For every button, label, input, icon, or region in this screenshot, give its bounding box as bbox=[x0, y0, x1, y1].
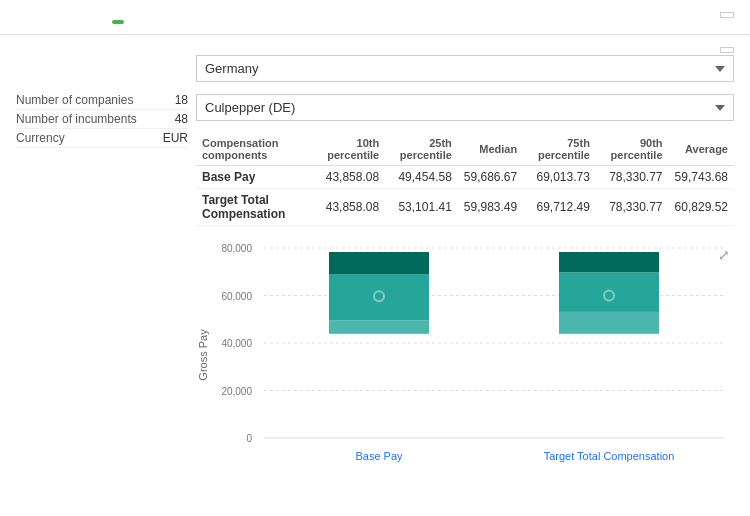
source-row-incumbents: Number of incumbents 48 bbox=[16, 110, 188, 129]
table-row: Target Total Compensation 43,858.08 53,1… bbox=[196, 189, 734, 226]
col-header-p75: 75th percentile bbox=[523, 133, 596, 166]
cell-p90: 78,330.77 bbox=[596, 166, 669, 189]
source-row-companies: Number of companies 18 bbox=[16, 91, 188, 110]
col-header-p10: 10th percentile bbox=[312, 133, 385, 166]
cell-median: 59,686.67 bbox=[458, 166, 523, 189]
y-tick-label: 0 bbox=[246, 433, 252, 444]
page: Number of companies 18 Number of incumbe… bbox=[0, 0, 750, 516]
y-tick-label: 40,000 bbox=[221, 338, 252, 349]
cell-p10: 43,858.08 bbox=[312, 166, 385, 189]
svg-rect-11 bbox=[559, 252, 659, 272]
chart-svg-wrapper: Base PayTarget Total Compensation⤢ bbox=[254, 238, 734, 471]
cell-p25: 49,454.58 bbox=[385, 166, 458, 189]
col-header-component: Compensation components bbox=[196, 133, 312, 166]
cell-p75: 69,013.73 bbox=[523, 166, 596, 189]
job-matches-menu-button[interactable] bbox=[720, 12, 734, 18]
svg-rect-7 bbox=[329, 252, 429, 274]
two-col-layout: Number of companies 18 Number of incumbe… bbox=[16, 55, 734, 471]
location-dropdown-group: Germany bbox=[196, 55, 734, 82]
svg-text:⤢: ⤢ bbox=[718, 247, 730, 263]
right-column: Germany Culpepper (DE) Compensation comp… bbox=[196, 55, 734, 471]
cell-component: Target Total Compensation bbox=[196, 189, 312, 226]
cell-p10: 43,858.08 bbox=[312, 189, 385, 226]
chart-svg: Base PayTarget Total Compensation⤢ bbox=[254, 238, 734, 468]
incumbents-label: Number of incumbents bbox=[16, 112, 137, 126]
y-tick-label: 60,000 bbox=[221, 290, 252, 301]
cell-p25: 53,101.41 bbox=[385, 189, 458, 226]
left-column: Number of companies 18 Number of incumbe… bbox=[16, 55, 196, 471]
cell-avg: 60,829.52 bbox=[669, 189, 734, 226]
y-axis-label: Gross Pay bbox=[197, 329, 209, 380]
col-header-p25: 25th percentile bbox=[385, 133, 458, 166]
chart-container: Gross Pay 80,00060,00040,00020,0000 Base… bbox=[196, 238, 734, 471]
cell-component: Base Pay bbox=[196, 166, 312, 189]
col-header-avg: Average bbox=[669, 133, 734, 166]
svg-rect-6 bbox=[329, 274, 429, 320]
benchmark-dropdown[interactable]: Culpepper (DE) bbox=[196, 94, 734, 121]
y-axis-ticks: 80,00060,00040,00020,0000 bbox=[212, 238, 254, 468]
cell-p90: 78,330.77 bbox=[596, 189, 669, 226]
col-header-median: Median bbox=[458, 133, 523, 166]
svg-rect-5 bbox=[329, 321, 429, 334]
source-section: Number of companies 18 Number of incumbe… bbox=[16, 91, 188, 148]
market-data-menu-button[interactable] bbox=[720, 47, 734, 53]
cell-median: 59,983.49 bbox=[458, 189, 523, 226]
svg-text:Base Pay: Base Pay bbox=[355, 450, 403, 462]
job-row bbox=[16, 20, 734, 24]
svg-rect-9 bbox=[559, 312, 659, 334]
companies-value: 18 bbox=[175, 93, 188, 107]
incumbents-value: 48 bbox=[175, 112, 188, 126]
svg-rect-10 bbox=[559, 272, 659, 311]
currency-value: EUR bbox=[163, 131, 188, 145]
y-tick-label: 80,000 bbox=[221, 243, 252, 254]
manual-badge bbox=[112, 20, 124, 24]
currency-label: Currency bbox=[16, 131, 65, 145]
benchmark-dropdown-group: Culpepper (DE) bbox=[196, 94, 734, 121]
companies-label: Number of companies bbox=[16, 93, 133, 107]
benchmark-data-area: Compensation components 10th percentile … bbox=[196, 133, 734, 471]
cell-avg: 59,743.68 bbox=[669, 166, 734, 189]
y-tick-label: 20,000 bbox=[221, 385, 252, 396]
cell-p75: 69,712.49 bbox=[523, 189, 596, 226]
market-data-section: Number of companies 18 Number of incumbe… bbox=[0, 35, 750, 481]
svg-text:Target Total Compensation: Target Total Compensation bbox=[544, 450, 675, 462]
job-matches-section bbox=[0, 0, 750, 35]
location-dropdown[interactable]: Germany bbox=[196, 55, 734, 82]
table-row: Base Pay 43,858.08 49,454.58 59,686.67 6… bbox=[196, 166, 734, 189]
source-row-currency: Currency EUR bbox=[16, 129, 188, 148]
benchmark-table: Compensation components 10th percentile … bbox=[196, 133, 734, 226]
col-header-p90: 90th percentile bbox=[596, 133, 669, 166]
